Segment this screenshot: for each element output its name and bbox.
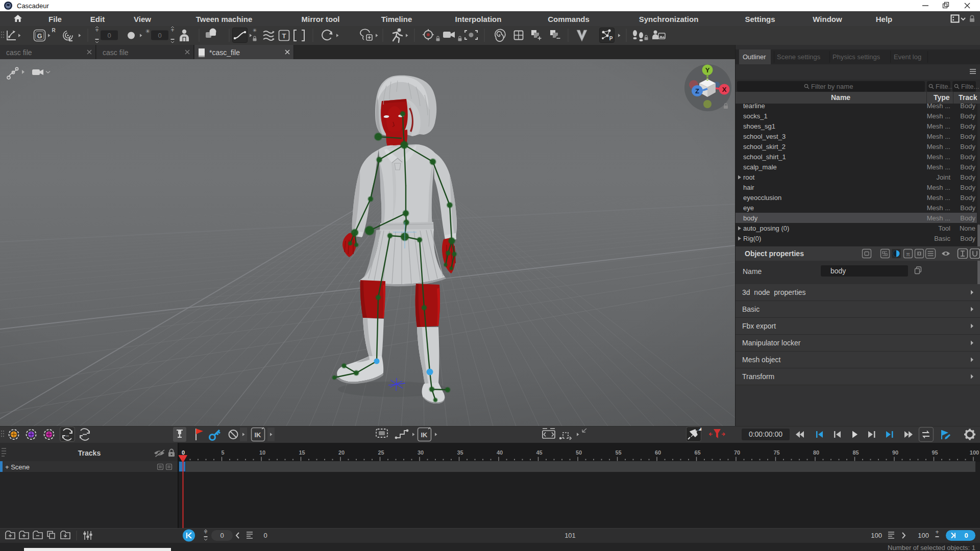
svg-text:60: 60 bbox=[655, 449, 661, 456]
svg-text:π: π bbox=[906, 251, 910, 257]
svg-text:20: 20 bbox=[338, 449, 345, 456]
svg-text:Z: Z bbox=[695, 87, 699, 95]
svg-text:50: 50 bbox=[576, 449, 582, 456]
svg-text:90: 90 bbox=[892, 449, 898, 456]
svg-text:40: 40 bbox=[497, 449, 503, 456]
svg-text:55: 55 bbox=[615, 449, 621, 456]
svg-text:T: T bbox=[282, 32, 286, 40]
svg-text:65: 65 bbox=[694, 449, 700, 456]
svg-text:95: 95 bbox=[932, 449, 938, 456]
svg-text:5: 5 bbox=[221, 449, 224, 456]
svg-text:101: 101 bbox=[565, 532, 576, 539]
svg-text:IK: IK bbox=[421, 431, 428, 439]
svg-text:R: R bbox=[52, 28, 56, 33]
svg-text:X: X bbox=[722, 86, 727, 93]
svg-text:+: + bbox=[935, 529, 939, 536]
svg-text:0:00:00:00: 0:00:00:00 bbox=[749, 430, 782, 438]
svg-text:70: 70 bbox=[734, 449, 740, 456]
svg-text:25: 25 bbox=[378, 449, 384, 456]
svg-text:G: G bbox=[37, 33, 42, 40]
svg-text:0: 0 bbox=[158, 32, 161, 39]
svg-text:◢: ◢ bbox=[698, 427, 702, 431]
svg-text:0: 0 bbox=[263, 532, 267, 539]
svg-text:0: 0 bbox=[107, 32, 111, 39]
svg-text:100: 100 bbox=[871, 532, 882, 539]
svg-text:45: 45 bbox=[536, 449, 542, 456]
svg-text:100: 100 bbox=[918, 532, 929, 539]
svg-text:Y: Y bbox=[705, 66, 710, 74]
svg-text:35: 35 bbox=[457, 449, 463, 456]
svg-text:✳: ✳ bbox=[145, 28, 150, 34]
svg-text:30: 30 bbox=[418, 449, 424, 456]
svg-text:✳: ✳ bbox=[253, 28, 257, 33]
svg-text:0: 0 bbox=[964, 532, 968, 539]
svg-text:85: 85 bbox=[852, 449, 859, 456]
svg-text:0: 0 bbox=[220, 532, 224, 539]
svg-text:15: 15 bbox=[299, 449, 305, 456]
svg-text:100: 100 bbox=[970, 449, 979, 456]
svg-text:10: 10 bbox=[259, 449, 265, 456]
svg-text:P: P bbox=[609, 36, 613, 41]
svg-text:75: 75 bbox=[773, 449, 779, 456]
svg-text:IK: IK bbox=[255, 431, 262, 439]
svg-text:80: 80 bbox=[813, 449, 819, 456]
svg-text:↔: ↔ bbox=[65, 433, 70, 438]
